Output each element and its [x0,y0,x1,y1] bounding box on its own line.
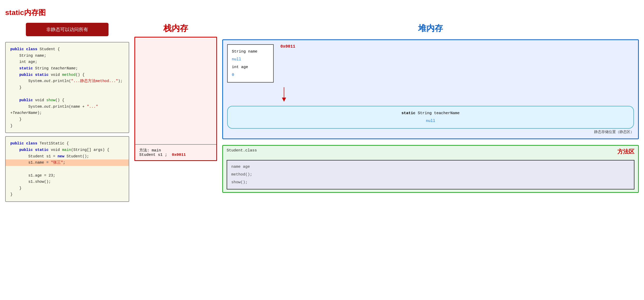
heap-object: String name null int age 0 [227,44,274,83]
field-name-null: null [232,56,269,63]
method-method: method(); [231,171,630,179]
student-class-code: public class Student { String name; int … [5,42,129,133]
non-static-button: 非静态可以访问所有 [26,23,109,36]
left-column: 非静态可以访问所有 public class Student { String … [5,23,129,202]
field-string-name: String name [232,48,269,56]
heap-address: 0x0011 [280,44,295,49]
heap-method-column: 堆内存 String name null int age 0 0x0011 [222,23,639,193]
heap-arrow [227,87,634,102]
method-fields: name age [231,163,630,171]
method-inner: name age method(); show(); [227,160,634,189]
student-class-label: Student.class [227,148,634,153]
stack-column: 栈内存 方法: main Student s1 ; 0x0011 [134,23,217,161]
method-area-title: 方法区 [617,148,634,156]
method-area-box: 方法区 Student.class name age method(); sho… [222,145,639,193]
static-teacher-name: static String teacherName [233,109,628,117]
static-region-label: 静态存储位置（静态区） [227,130,634,134]
stack-s1: Student s1 ; 0x0011 [139,153,212,157]
field-int-age: int age [232,63,269,71]
heap-title: 堆内存 [222,23,639,34]
test1static-class-code: public class Test1Static { public static… [5,136,129,202]
page-title: static内存图 [5,8,639,18]
static-box: static String teacherName null [227,106,634,129]
stack-box: 方法: main Student s1 ; 0x0011 [134,37,217,161]
stack-title: 栈内存 [163,23,188,34]
static-null-value: null [233,117,628,125]
stack-content: 方法: main Student s1 ; 0x0011 [135,144,216,160]
method-show: show(); [231,179,630,186]
field-age-zero: 0 [232,71,269,79]
stack-method-label: 方法: main [139,148,212,153]
heap-box: String name null int age 0 0x0011 [222,39,639,139]
